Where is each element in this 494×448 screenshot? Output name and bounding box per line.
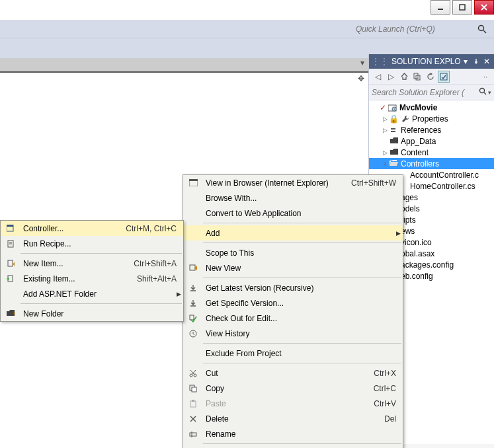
svg-rect-7 <box>416 75 420 80</box>
tree-item-label: AccountController.c <box>410 170 479 180</box>
tree-root[interactable]: ✓ MvcMovie <box>369 102 494 113</box>
svg-rect-6 <box>414 73 418 79</box>
back-icon[interactable]: ◁ <box>372 71 384 83</box>
svg-rect-27 <box>192 387 196 392</box>
expand-arrow-icon[interactable]: ▷ <box>381 116 389 122</box>
tree-item-label: odels <box>401 204 420 213</box>
menu-item-label: Exclude From Project <box>202 349 403 358</box>
menu-separator <box>21 253 182 254</box>
close-button[interactable] <box>474 0 494 15</box>
panel-menu-button[interactable]: ▾ <box>461 57 470 66</box>
folder-icon <box>389 149 399 156</box>
minimize-button[interactable] <box>431 0 450 15</box>
svg-line-24 <box>192 370 196 375</box>
tree-item[interactable]: ▷References <box>369 124 494 135</box>
menu-item[interactable]: Get Latest Version (Recursive) <box>183 280 403 295</box>
svg-rect-41 <box>8 276 13 281</box>
menu-item-shortcut: Shift+Alt+A <box>137 274 183 283</box>
quick-launch-search-button[interactable] <box>475 22 489 36</box>
menu-item-label: Add <box>202 229 393 238</box>
svg-line-25 <box>190 370 194 375</box>
menu-separator <box>203 243 401 243</box>
menu-item[interactable]: CopyCtrl+C <box>183 381 403 396</box>
solution-explorer-toolbar: ◁ ▷ ·· <box>369 69 494 85</box>
svg-rect-26 <box>190 385 194 391</box>
tree-item-label: HomeController.cs <box>410 182 475 191</box>
menu-item[interactable]: ✦New Folder <box>1 306 183 321</box>
cut-icon <box>185 369 202 377</box>
svg-rect-8 <box>440 73 447 80</box>
menu-item[interactable]: Existing Item...Shift+Alt+A <box>1 271 183 286</box>
menu-item-label: Delete <box>202 414 384 424</box>
menu-item-shortcut: Ctrl+Shift+W <box>351 178 403 188</box>
svg-line-10 <box>484 93 486 94</box>
maximize-button[interactable] <box>452 0 472 15</box>
pin-icon[interactable] <box>472 57 481 66</box>
tree-item[interactable]: ▷🔒Properties <box>369 113 494 124</box>
menu-item-label: Check Out for Edit... <box>202 314 403 323</box>
menu-item: PasteCtrl+V <box>183 396 403 411</box>
expand-arrow-icon[interactable]: ▷ <box>381 127 389 133</box>
tree-item[interactable]: App_Data <box>369 135 494 147</box>
document-tab-well <box>0 58 368 73</box>
menu-item[interactable]: Rename <box>183 426 403 441</box>
newitem-icon: ✦ <box>2 260 19 268</box>
menu-separator <box>203 223 401 223</box>
svg-line-31 <box>190 416 196 422</box>
collapse-icon[interactable] <box>411 71 423 83</box>
panel-close-button[interactable]: ✕ <box>482 57 491 66</box>
folder-icon <box>389 137 399 145</box>
search-icon[interactable] <box>479 87 487 97</box>
tree-item-label: vicon.ico <box>401 238 432 247</box>
expand-arrow-icon[interactable]: ▿ <box>381 161 389 167</box>
newview-icon: ✦ <box>185 264 202 272</box>
menu-item[interactable]: View in Browser (Internet Explorer)Ctrl+… <box>183 175 403 190</box>
menu-item[interactable]: Scope to This <box>183 245 403 260</box>
menu-item[interactable]: Get Specific Version... <box>183 295 403 311</box>
search-dropdown-icon[interactable]: ▾ <box>488 89 491 96</box>
menu-item-label: Cut <box>202 369 374 378</box>
menu-item[interactable]: Check Out for Edit... <box>183 311 403 326</box>
submenu-arrow-icon: ▶ <box>393 230 403 237</box>
toolbar-overflow-icon[interactable]: ·· <box>479 71 491 83</box>
tree-item-label: obal.asax <box>401 249 434 258</box>
menu-item[interactable]: Run Recipe... <box>1 236 183 251</box>
menu-item-label: View History <box>202 329 403 338</box>
menu-item[interactable]: Add▶ <box>183 225 403 241</box>
menu-item[interactable]: CutCtrl+X <box>183 365 403 381</box>
solution-search-input[interactable] <box>372 88 479 97</box>
sync-icon[interactable] <box>438 71 450 83</box>
menu-item[interactable]: Controller...Ctrl+M, Ctrl+C <box>1 221 183 236</box>
tree-item[interactable]: ▿Controllers <box>369 158 494 169</box>
menu-item[interactable]: ✦New Item...Ctrl+Shift+A <box>1 256 183 271</box>
get-icon <box>185 299 202 307</box>
tree-item-label: ackages.config <box>401 260 454 270</box>
refresh-icon[interactable] <box>425 71 436 83</box>
svg-text:✦: ✦ <box>11 260 15 268</box>
solution-explorer-header[interactable]: ⋮⋮ SOLUTION EXPLO... ▾ ✕ <box>369 54 494 69</box>
menu-item[interactable]: Exclude From Project <box>183 346 403 361</box>
context-menu-add: Controller...Ctrl+M, Ctrl+CRun Recipe...… <box>0 220 184 322</box>
menu-item[interactable]: Convert to Web Application <box>183 205 403 221</box>
svg-line-2 <box>481 5 487 10</box>
menu-item[interactable]: DeleteDel <box>183 411 403 426</box>
expand-arrow-icon[interactable]: ▷ <box>381 149 389 156</box>
menu-item[interactable]: View History <box>183 326 403 341</box>
menu-item-label: Get Latest Version (Recursive) <box>202 283 403 293</box>
tree-item-label: References <box>401 126 441 135</box>
dropdown-arrow-icon[interactable]: ▾ <box>360 58 364 67</box>
tree-item-label: Controllers <box>401 159 439 168</box>
forward-icon[interactable]: ▷ <box>385 71 397 83</box>
tree-item[interactable]: ▷Content <box>369 147 494 158</box>
window-controls <box>429 0 494 20</box>
home-icon[interactable] <box>398 71 410 83</box>
quick-launch-input[interactable] <box>353 22 475 36</box>
menu-item[interactable]: Add ASP.NET Folder▶ <box>1 286 183 301</box>
menu-item[interactable]: Browse With... <box>183 190 403 205</box>
menu-separator <box>21 303 182 304</box>
menu-item[interactable]: ✦New View <box>183 260 403 276</box>
svg-rect-16 <box>189 179 198 186</box>
menu-separator <box>203 343 401 344</box>
split-handle-icon[interactable]: ✥ <box>358 74 364 83</box>
copy-icon <box>185 385 202 392</box>
